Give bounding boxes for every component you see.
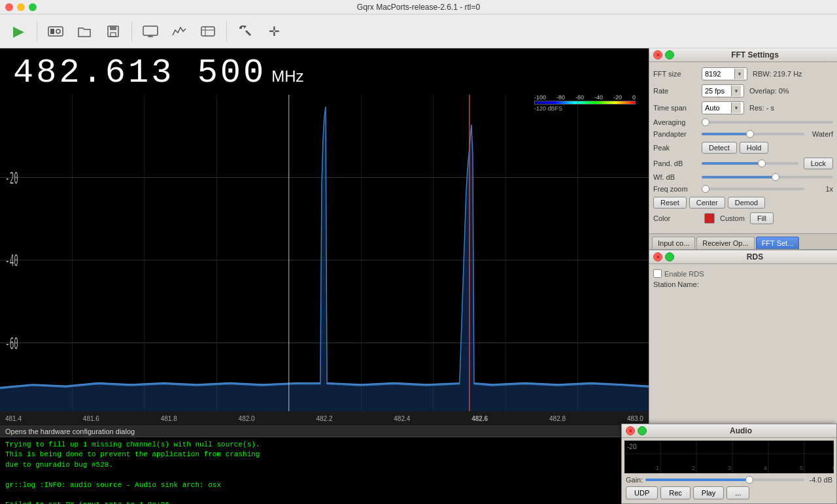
svg-text:6: 6 — [832, 465, 834, 471]
close-button[interactable] — [5, 3, 13, 11]
wf-db-label: Wf. dB — [653, 173, 699, 181]
color-row: Color Custom Fill — [653, 212, 833, 224]
rate-label: Rate — [653, 87, 699, 95]
averaging-slider[interactable] — [702, 121, 833, 124]
rds-panel-titlebar: ✕ RDS — [649, 250, 837, 264]
detect-button[interactable]: Detect — [702, 142, 737, 154]
frequency-display: 482.613 500 MHz — [0, 48, 649, 95]
fft-panel-titlebar: ✕ FFT Settings — [649, 48, 837, 62]
open-button[interactable] — [71, 18, 97, 44]
fft-panel-content: FFT size 8192 ▼ RBW: 219.7 Hz Rate 25 fp… — [649, 62, 837, 233]
timespan-label: Time span — [653, 104, 699, 112]
audio-panel-close[interactable]: ✕ — [626, 426, 635, 435]
pand-db-label: Pand. dB — [653, 160, 699, 167]
udp-button[interactable]: UDP — [626, 486, 658, 499]
res-label: Res: - s — [749, 104, 774, 112]
averaging-label: Averaging — [653, 118, 699, 126]
tools-button[interactable] — [232, 18, 258, 44]
peak-label: Peak — [653, 144, 699, 152]
gain-row: Gain: -4.0 dB — [622, 476, 836, 486]
enable-rds-row: Enable RDS — [653, 269, 833, 278]
svg-rect-5 — [111, 33, 116, 37]
rate-combo[interactable]: 25 fps ▼ — [702, 84, 744, 97]
tab-fft[interactable]: FFT Set... — [756, 237, 800, 249]
averaging-row: Averaging — [653, 118, 833, 126]
hold-button[interactable]: Hold — [740, 142, 769, 154]
audio-panel: ✕ Audio -20 1 2 3 4 5 6 Gain: -4.0 dB — [621, 424, 837, 504]
spectrum-button[interactable] — [166, 18, 192, 44]
console-status: Opens the hardware configuration dialog — [0, 426, 649, 437]
tab-input[interactable]: Input co... — [652, 237, 695, 249]
center-button[interactable]: Center — [689, 197, 725, 209]
color-swatch[interactable] — [704, 213, 715, 224]
svg-text:3: 3 — [728, 465, 731, 471]
minimize-button[interactable] — [17, 3, 25, 11]
rec-button[interactable]: Rec — [660, 486, 691, 499]
move-button[interactable]: ✛ — [261, 18, 287, 44]
pandapter-slider[interactable] — [702, 133, 804, 135]
lock-button[interactable]: Lock — [804, 158, 833, 169]
freq-zoom-slider[interactable] — [702, 188, 804, 190]
station-name-row: Station Name: — [653, 280, 833, 288]
demod-button[interactable]: Demod — [728, 197, 765, 209]
toolbar-separator — [37, 22, 37, 41]
window-title: Gqrx MacPorts-release-2.6.1 - rtl=0 — [357, 3, 480, 12]
timespan-combo[interactable]: Auto ▼ — [702, 101, 744, 114]
fill-button[interactable]: Fill — [750, 212, 774, 224]
spectrum-chart[interactable]: -20 -40 -60 481.4 481.6 481.8 482.0 — [0, 95, 649, 426]
tab-receiver[interactable]: Receiver Op... — [696, 237, 754, 249]
pand-db-slider[interactable] — [702, 162, 798, 165]
audio-btn-row: UDP Rec Play ... — [622, 486, 836, 503]
waterf-label: Waterf — [807, 130, 833, 138]
audio-panel-zoom[interactable] — [638, 426, 647, 435]
audio-meter-grid: 1 2 3 4 5 6 — [624, 441, 834, 473]
rds-panel-close[interactable]: ✕ — [653, 252, 662, 261]
spectrum-panel[interactable]: 482.613 500 MHz -100 -80 -60 -40 -20 0 -… — [0, 48, 649, 504]
fft-size-combo[interactable]: 8192 ▼ — [702, 67, 747, 80]
gain-slider[interactable] — [645, 479, 804, 481]
audio-panel-titlebar: ✕ Audio — [622, 424, 836, 438]
overlap-label: Overlap: 0% — [749, 87, 789, 95]
toolbar: ▶ ✛ — [0, 14, 837, 48]
console-area: Opens the hardware configuration dialog … — [0, 426, 649, 504]
fft-settings-panel: ✕ FFT Settings FFT size 8192 ▼ RBW: 219.… — [649, 48, 837, 250]
rate-value: 25 fps — [705, 87, 725, 95]
frequency-unit: MHz — [271, 67, 303, 86]
svg-text:4: 4 — [764, 465, 767, 471]
fft-size-label: FFT size — [653, 70, 699, 78]
play-audio-button[interactable]: Play — [693, 486, 724, 499]
frequency-value: 482.613 500 — [13, 54, 266, 92]
freq-label-2: 481.8 — [161, 415, 177, 422]
toolbar-separator-2 — [131, 22, 132, 41]
more-button[interactable]: ... — [726, 486, 749, 499]
action-btns-row: Reset Center Demod — [653, 197, 833, 209]
rate-arrow: ▼ — [731, 86, 741, 96]
panel-tabs: Input co... Receiver Op... FFT Set... — [649, 233, 837, 249]
fft-panel-close[interactable]: ✕ — [653, 50, 662, 59]
window-controls[interactable] — [5, 3, 37, 11]
enable-rds-checkbox[interactable] — [653, 269, 662, 278]
fft-size-value: 8192 — [705, 70, 721, 78]
freq-label-4: 482.2 — [316, 415, 332, 422]
maximize-button[interactable] — [29, 3, 37, 11]
network-button[interactable] — [195, 18, 221, 44]
svg-rect-9 — [201, 27, 214, 36]
screen-button[interactable] — [137, 18, 163, 44]
svg-point-2 — [56, 29, 60, 33]
wf-db-slider[interactable] — [702, 176, 833, 178]
save-button[interactable] — [100, 18, 126, 44]
freq-zoom-value: 1x — [807, 185, 833, 193]
freq-label-0: 481.4 — [5, 415, 22, 422]
play-button[interactable]: ▶ — [5, 18, 31, 44]
fft-panel-zoom[interactable] — [665, 50, 674, 59]
spectrum-svg: -20 -40 -60 — [0, 95, 649, 426]
svg-text:2: 2 — [692, 465, 695, 471]
reset-button[interactable]: Reset — [653, 197, 687, 209]
audio-meter: -20 1 2 3 4 5 6 — [624, 441, 834, 473]
hardware-button[interactable] — [43, 18, 69, 44]
rds-panel-zoom[interactable] — [665, 252, 674, 261]
svg-text:-60: -60 — [5, 333, 18, 353]
titlebar: Gqrx MacPorts-release-2.6.1 - rtl=0 — [0, 0, 837, 14]
svg-rect-6 — [143, 26, 158, 35]
audio-panel-title: Audio — [649, 426, 832, 435]
